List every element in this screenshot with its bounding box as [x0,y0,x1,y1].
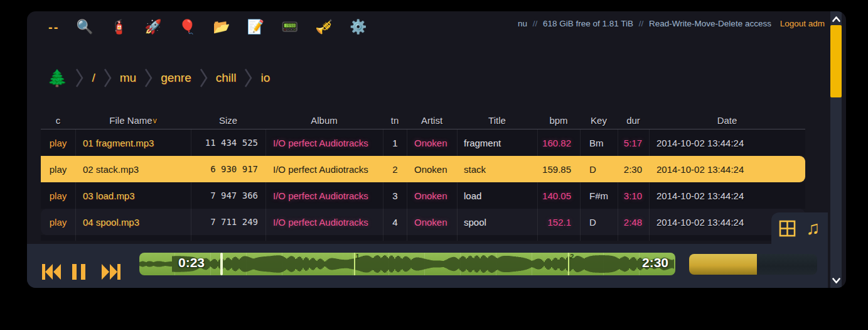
col-header-key[interactable]: Key [580,112,618,129]
key-cell: D [580,209,618,235]
file-table: c File Namev Size Album tn Artist Title … [41,112,805,241]
chevron-right-icon [104,67,112,89]
album-cell: I/O perfect Audiotracks [265,156,383,182]
table-row-playing: play 02 stack.mp3 6 930 917 I/O perfect … [41,156,805,182]
col-header-c[interactable]: c [41,112,75,129]
logout-link[interactable]: Logout adm [780,19,825,28]
grid-view-icon[interactable] [779,220,796,237]
search-icon[interactable]: 🔍 [76,20,93,34]
separator: // [533,19,538,28]
file-link[interactable]: 02 stack.mp3 [75,156,191,182]
rocket-icon[interactable]: 🚀 [144,20,161,34]
minute-marker-label: 2 [570,253,574,260]
duration-cell: 2:48 [618,209,649,235]
album-cell: I/O perfect Audiotracks [265,129,383,156]
bpm-cell: 160.82 [537,129,580,156]
col-header-date[interactable]: Date [649,112,805,129]
artist-cell: Onoken [407,182,457,209]
previous-track-button[interactable] [42,264,62,280]
memo-icon[interactable]: 📝 [247,20,264,34]
title-cell: spool [457,209,537,235]
table-header-row: c File Namev Size Album tn Artist Title … [41,112,805,129]
album-cell: I/O perfect Audiotracks [265,182,383,209]
file-size: 7 947 366 [191,182,265,209]
col-header-tn[interactable]: tn [383,112,407,129]
playhead[interactable] [220,253,223,275]
title-cell: fragment [457,129,537,156]
scrollbar[interactable] [830,11,842,288]
date-cell: 2014-10-02 13:44:24 [649,156,805,182]
duration-cell: 3:10 [618,182,649,209]
scrollbar-thumb[interactable] [830,25,842,97]
col-header-dur[interactable]: dur [618,112,649,129]
play-button[interactable]: play [41,129,75,156]
date-cell: 2014-10-02 13:44:24 [649,129,805,156]
play-button[interactable]: play [41,182,75,209]
play-button[interactable]: play [41,156,75,182]
breadcrumb-io[interactable]: io [260,71,270,85]
table-row-clipped [41,235,805,241]
album-cell: I/O perfect Audiotracks [265,209,383,235]
col-header-artist[interactable]: Artist [407,112,457,129]
balloon-icon[interactable]: 🎈 [179,20,196,34]
table-row: play 04 spool.mp3 7 711 249 I/O perfect … [41,209,805,235]
table-row: play 01 fragment.mp3 11 434 525 I/O perf… [41,129,805,156]
duration-cell: 2:30 [618,156,649,182]
folder-icon[interactable]: 📂 [213,20,230,34]
music-note-icon[interactable]: ♫ [806,219,820,238]
next-track-button[interactable] [101,264,121,280]
title-cell: load [457,182,537,209]
file-size: 7 711 249 [191,209,265,235]
scroll-down-icon[interactable] [830,274,842,287]
col-header-filename[interactable]: File Namev [75,112,191,129]
gear-icon[interactable]: ⚙️ [350,20,367,34]
key-cell: D [580,156,618,182]
col-header-size[interactable]: Size [191,112,265,129]
fire-extinguisher-icon[interactable]: 🧯 [110,20,127,34]
pause-button[interactable] [72,264,85,280]
artist-cell: Onoken [407,209,457,235]
sort-descending-indicator: v [153,116,157,125]
minute-marker-label: 1 [356,253,360,260]
pager-icon[interactable]: 📟 [281,20,298,34]
breadcrumb-mu[interactable]: mu [120,71,136,85]
col-header-filename-label: File Name [109,115,152,126]
col-header-album[interactable]: Album [265,112,383,129]
breadcrumb-chill[interactable]: chill [216,71,237,85]
file-link[interactable]: 03 load.mp3 [75,182,191,209]
minute-marker-2: 2 [568,253,569,275]
minute-marker-1: 1 [354,253,355,275]
seekbar[interactable]: 1 2 0:23 2:30 [139,253,675,275]
file-link[interactable]: 04 spool.mp3 [75,209,191,235]
bpm-cell: 140.05 [537,182,580,209]
chevron-right-icon [200,67,208,89]
col-header-title[interactable]: Title [457,112,537,129]
toolbar: -- 🔍 🧯 🚀 🎈 📂 📝 📟 🎺 ⚙️ [48,15,367,39]
volume-fill [689,254,757,275]
trumpet-icon[interactable]: 🎺 [316,20,333,34]
player-bar: 1 2 0:23 2:30 [27,244,828,288]
scroll-up-icon[interactable] [830,13,842,25]
chevron-right-icon [244,67,252,89]
bpm-cell: 152.1 [537,209,580,235]
menu-dashes-button[interactable]: -- [48,20,59,35]
free-space-text: 618 GiB free of 1.81 TiB [543,19,633,28]
date-cell: 2014-10-02 13:44:24 [649,182,805,209]
col-header-bpm[interactable]: bpm [537,112,580,129]
tracknum-cell: 1 [383,129,407,156]
play-button[interactable]: play [41,209,75,235]
tracknum-cell: 3 [383,182,407,209]
widget-toggle-panel: ♫ [771,212,828,244]
breadcrumb-genre[interactable]: genre [161,71,191,85]
app-window: -- 🔍 🧯 🚀 🎈 📂 📝 📟 🎺 ⚙️ nu // 618 GiB free… [27,11,846,288]
volume-slider[interactable] [689,254,817,275]
breadcrumb-root[interactable]: / [92,71,95,85]
key-cell: Bm [580,129,618,156]
tree-toggle-icon[interactable]: 🌲 [47,70,67,86]
breadcrumb: 🌲 / mu genre chill io [47,64,270,92]
tracknum-cell: 4 [383,209,407,235]
chevron-right-icon [144,67,153,89]
key-cell: F#m [580,182,618,209]
file-size: 11 434 525 [191,129,265,156]
file-link[interactable]: 01 fragment.mp3 [75,129,191,156]
